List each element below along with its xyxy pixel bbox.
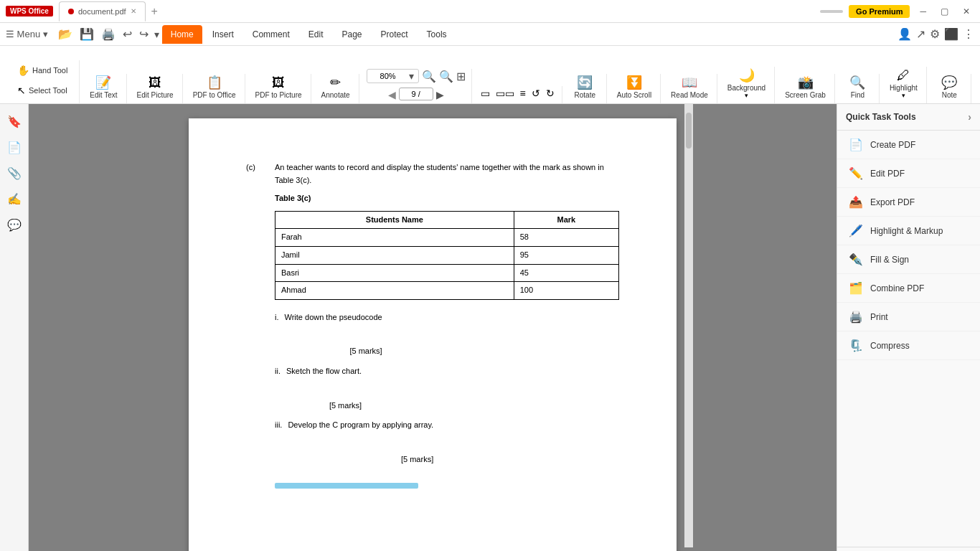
note-icon: 💬: [941, 75, 957, 91]
zoom-down-button[interactable]: ▾: [407, 70, 415, 82]
sub-question-ii-text: Sketch the flow chart.: [286, 367, 362, 375]
sidebar-pages-icon[interactable]: 📄: [3, 136, 26, 159]
tab-page[interactable]: Page: [333, 25, 370, 44]
fit-page-button[interactable]: ⊞: [456, 70, 466, 83]
edit-text-button[interactable]: 📝 Edit Text: [87, 74, 120, 100]
read-mode-button[interactable]: 📖 Read Mode: [668, 74, 711, 100]
screen-grab-button[interactable]: 📸 Screen Grab: [782, 74, 829, 100]
sub-question-ii: ii. Sketch the flow chart. [5 marks]: [275, 365, 619, 412]
zoom-in-button[interactable]: 🔍: [439, 70, 453, 83]
sidebar-comments-icon[interactable]: 💬: [3, 213, 26, 236]
combine-pdf-label: Combine PDF: [870, 283, 924, 293]
sub-question-iii-content: Develop the C program by applying array.…: [288, 419, 433, 466]
background-button[interactable]: 🌙 Background ▾: [725, 67, 768, 100]
rotate-right-button[interactable]: ↻: [545, 86, 556, 100]
create-pdf-label: Create PDF: [870, 140, 915, 150]
layout-icon[interactable]: ⬛: [944, 27, 958, 41]
sidebar-attach-icon[interactable]: 📎: [3, 161, 26, 184]
scroll-button[interactable]: ≡: [519, 86, 527, 100]
table-row: Basri 45: [275, 264, 619, 282]
search-bar[interactable]: [820, 10, 843, 13]
doc-scrollbar[interactable]: [684, 104, 693, 547]
quick-task-create-pdf[interactable]: 📄 Create PDF: [837, 131, 980, 159]
document-content: (c) An teacher wants to record and displ…: [246, 161, 619, 489]
pdf-to-picture-button[interactable]: 🖼 PDF to Picture: [253, 74, 305, 100]
create-pdf-icon: 📄: [849, 138, 863, 151]
rotate-button[interactable]: 🔄 Rotate: [572, 74, 598, 100]
annotate-group: ✏ Annotate: [313, 74, 359, 103]
sidebar-sign-icon[interactable]: ✍: [3, 187, 26, 210]
restore-button[interactable]: ▢: [936, 5, 953, 18]
quick-task-fill-sign[interactable]: ✒️ Fill & Sign: [837, 245, 980, 274]
scrollbar-thumb[interactable]: [686, 113, 692, 149]
quick-task-edit-pdf[interactable]: ✏️ Edit PDF: [837, 159, 980, 188]
rotate-left-button[interactable]: ↺: [530, 86, 542, 100]
find-button[interactable]: 🔍 Find: [844, 74, 870, 100]
single-page-button[interactable]: ▭: [479, 86, 491, 100]
tab-close-button[interactable]: ✕: [131, 7, 136, 15]
quick-task-highlight-markup[interactable]: 🖊️ Highlight & Markup: [837, 217, 980, 245]
auto-scroll-button[interactable]: ⏬ Auto Scroll: [614, 74, 654, 100]
prev-page-button[interactable]: ◀: [388, 89, 396, 100]
quick-task-title: Quick Task Tools: [846, 112, 916, 122]
edit-picture-button[interactable]: 🖼 Edit Picture: [134, 74, 176, 100]
quick-task-combine-pdf[interactable]: 🗂️ Combine PDF: [837, 274, 980, 303]
tab-edit[interactable]: Edit: [300, 25, 332, 44]
student-name-3: Basri: [275, 264, 514, 282]
print-button[interactable]: 🖨️: [98, 27, 118, 41]
student-mark-3: 45: [514, 264, 618, 282]
share-icon[interactable]: ↗: [916, 27, 925, 41]
tab-protect[interactable]: Protect: [372, 25, 417, 44]
save-button[interactable]: 💾: [77, 27, 97, 41]
page-number-input[interactable]: 9: [405, 90, 427, 98]
go-premium-button[interactable]: Go Premium: [849, 5, 910, 18]
panel-collapse-button[interactable]: ›: [968, 111, 971, 123]
account-icon[interactable]: 👤: [897, 27, 912, 41]
screen-grab-label: Screen Grab: [785, 91, 826, 99]
sidebar-bookmark-icon[interactable]: 🔖: [3, 110, 26, 133]
minimize-button[interactable]: ─: [915, 5, 930, 18]
new-tab-button[interactable]: +: [149, 5, 161, 18]
tab-tools[interactable]: Tools: [418, 25, 456, 44]
close-button[interactable]: ✕: [958, 5, 974, 18]
document-area[interactable]: (c) An teacher wants to record and displ…: [29, 104, 837, 551]
tab-comment[interactable]: Comment: [244, 25, 298, 44]
auto-scroll-group: ⏬ Auto Scroll: [608, 74, 661, 103]
quick-task-export-pdf[interactable]: 📤 Export PDF: [837, 188, 980, 217]
two-page-button[interactable]: ▭▭: [494, 86, 516, 100]
student-name-1: Farah: [275, 229, 514, 247]
annotate-button[interactable]: ✏ Annotate: [319, 74, 353, 100]
zoom-input[interactable]: 80%: [370, 72, 406, 80]
read-mode-group: 📖 Read Mode: [662, 74, 717, 103]
quick-task-print[interactable]: 🖨️ Print: [837, 303, 980, 331]
redo-button[interactable]: ↪: [136, 27, 151, 41]
student-name-2: Jamil: [275, 246, 514, 264]
highlight-dropdown-icon: ▾: [902, 92, 905, 99]
zoom-control[interactable]: 80% ▾: [367, 69, 419, 83]
zoom-out-button[interactable]: 🔍: [422, 70, 436, 83]
more-icon[interactable]: ⋮: [963, 27, 974, 41]
export-pdf-icon: 📤: [849, 195, 863, 209]
select-tool-button[interactable]: ↖ Select Tool: [11, 80, 73, 100]
active-tab[interactable]: document.pdf ✕: [59, 1, 146, 22]
sub-question-iii-num: iii.: [275, 419, 282, 466]
intro-text: An teacher wants to record and display t…: [275, 161, 619, 187]
menu-button[interactable]: ☰ Menu ▾: [6, 29, 48, 39]
tab-home[interactable]: Home: [162, 25, 202, 44]
quick-task-compress[interactable]: 🗜️ Compress: [837, 331, 980, 360]
rotate-label: Rotate: [575, 91, 595, 99]
hand-tool-button[interactable]: ✋ Hand Tool: [11, 60, 73, 80]
zoom-group: 80% ▾ 🔍 🔍 ⊞ ◀ 9 ▶: [361, 69, 472, 103]
tab-insert[interactable]: Insert: [204, 25, 242, 44]
open-button[interactable]: 📂: [55, 27, 75, 41]
print-icon: 🖨️: [849, 310, 863, 324]
next-page-button[interactable]: ▶: [436, 89, 444, 100]
print-label: Print: [870, 312, 888, 322]
note-button[interactable]: 💬 Note: [936, 74, 962, 100]
pdf-to-office-button[interactable]: 📋 PDF to Office: [190, 74, 239, 100]
rotate-group: 🔄 Rotate: [564, 74, 607, 103]
settings-icon[interactable]: ⚙: [930, 27, 940, 41]
highlight-button[interactable]: 🖊 Highlight ▾: [887, 67, 920, 100]
undo-button[interactable]: ↩: [120, 27, 135, 41]
more-undo-button[interactable]: ▾: [153, 29, 161, 40]
